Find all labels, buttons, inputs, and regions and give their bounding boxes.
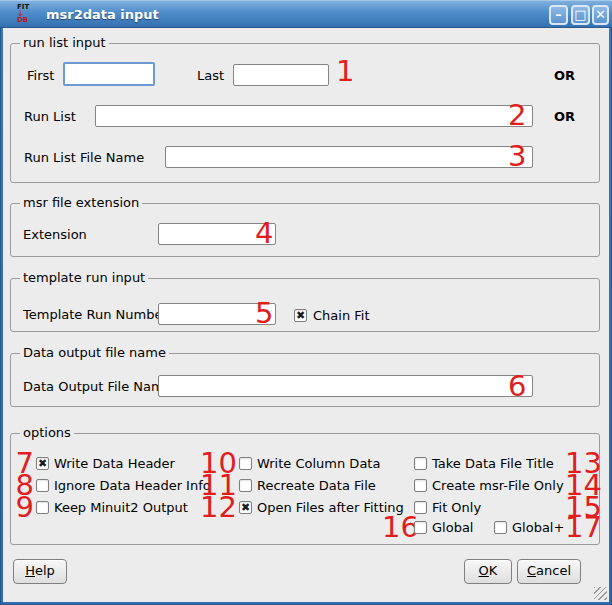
open-files-after-fitting-checkmark-icon: ✖ — [241, 501, 250, 514]
msr2data-app-icon: FIT ↓ DB — [17, 4, 39, 26]
icon-db-text: DB — [17, 17, 28, 24]
ignore-data-header-info-checkbox[interactable] — [36, 479, 49, 492]
or-label-1: OR — [554, 65, 575, 87]
open-files-after-fitting-checkbox[interactable]: ✖ — [239, 501, 252, 514]
group-template-legend: template run input — [20, 270, 148, 285]
annotation-16: 16 — [382, 512, 413, 542]
annotation-17: 17 — [565, 512, 602, 542]
dialog-body: run list input First Last 1 OR Run List … — [3, 28, 609, 602]
ignore-data-header-info-label[interactable]: Ignore Data Header Info — [54, 477, 211, 494]
title-bar[interactable]: FIT ↓ DB msr2data input – □ ✕ — [0, 0, 612, 28]
run-list-file-name-label: Run List File Name — [24, 147, 144, 169]
close-icon: ✕ — [595, 7, 606, 22]
help-button[interactable]: Help — [13, 559, 67, 584]
annotation-3: 3 — [508, 141, 526, 171]
minimize-button[interactable]: – — [549, 5, 568, 25]
or-label-2: OR — [554, 106, 575, 128]
run-list-file-name-input[interactable] — [165, 146, 533, 168]
group-run-list-legend: run list input — [20, 35, 109, 50]
close-button[interactable]: ✕ — [592, 5, 609, 25]
annotation-12: 12 — [189, 492, 237, 522]
annotation-1: 1 — [336, 56, 354, 86]
annotation-9: 9 — [11, 492, 34, 522]
ok-button-label: K — [489, 563, 498, 578]
take-data-file-title-label[interactable]: Take Data File Title — [432, 455, 554, 472]
first-label: First — [27, 65, 54, 87]
fit-only-label[interactable]: Fit Only — [432, 499, 481, 516]
run-list-label: Run List — [24, 106, 76, 128]
annotation-4: 4 — [255, 218, 273, 248]
take-data-file-title-checkbox[interactable] — [414, 457, 427, 470]
global-checkbox[interactable] — [414, 521, 427, 534]
write-column-data-label[interactable]: Write Column Data — [257, 455, 380, 472]
last-input[interactable] — [233, 64, 329, 86]
extension-label: Extension — [23, 224, 87, 246]
data-output-file-name-label: Data Output File Name — [23, 376, 172, 398]
group-options: options 7 ✖ Write Data Header 10 Write C… — [10, 433, 600, 545]
keep-minuit2-output-label[interactable]: Keep Minuit2 Output — [54, 499, 188, 516]
annotation-6: 6 — [508, 371, 526, 401]
maximize-button[interactable]: □ — [571, 5, 590, 25]
maximize-icon: □ — [574, 7, 586, 22]
global-plus-checkbox[interactable] — [494, 521, 507, 534]
annotation-2: 2 — [508, 100, 526, 130]
minimize-icon: – — [555, 7, 562, 22]
chain-fit-label[interactable]: Chain Fit — [313, 307, 370, 324]
run-list-input[interactable] — [95, 105, 533, 127]
global-plus-label[interactable]: Global+ — [512, 519, 564, 536]
group-extension-legend: msr file extension — [20, 195, 142, 210]
cancel-button-mnemonic: C — [527, 563, 536, 578]
data-output-file-name-input[interactable] — [158, 375, 533, 397]
write-column-data-checkbox[interactable] — [239, 457, 252, 470]
ok-button[interactable]: OK — [464, 559, 512, 584]
write-data-header-label[interactable]: Write Data Header — [54, 455, 175, 472]
chain-fit-checkmark-icon: ✖ — [296, 309, 305, 322]
write-data-header-checkmark-icon: ✖ — [38, 457, 47, 470]
group-template-run-input: template run input Template Run Number 5… — [10, 278, 600, 332]
cancel-button[interactable]: Cancel — [517, 559, 581, 584]
create-msr-file-only-checkbox[interactable] — [414, 479, 427, 492]
recreate-data-file-checkbox[interactable] — [239, 479, 252, 492]
first-input[interactable] — [63, 62, 155, 86]
chain-fit-checkbox[interactable]: ✖ — [294, 309, 307, 322]
help-button-label: elp — [35, 563, 55, 578]
window-title: msr2data input — [46, 1, 159, 28]
group-output-legend: Data output file name — [20, 345, 169, 360]
last-label: Last — [197, 65, 224, 87]
write-data-header-checkbox[interactable]: ✖ — [36, 457, 49, 470]
group-options-legend: options — [20, 425, 74, 440]
keep-minuit2-output-checkbox[interactable] — [36, 501, 49, 514]
group-msr-file-extension: msr file extension Extension 4 — [10, 203, 600, 257]
resize-grip[interactable] — [594, 587, 607, 600]
annotation-5: 5 — [255, 298, 273, 328]
dialog-window: FIT ↓ DB msr2data input – □ ✕ run list i… — [0, 0, 612, 605]
ok-button-mnemonic: O — [479, 563, 489, 578]
create-msr-file-only-label[interactable]: Create msr-File Only — [432, 477, 564, 494]
group-data-output-file-name: Data output file name Data Output File N… — [10, 353, 600, 407]
help-button-mnemonic: H — [25, 563, 35, 578]
recreate-data-file-label[interactable]: Recreate Data File — [257, 477, 376, 494]
global-label[interactable]: Global — [432, 519, 473, 536]
group-run-list-input: run list input First Last 1 OR Run List … — [10, 43, 600, 183]
template-run-number-label: Template Run Number — [23, 304, 168, 326]
cancel-button-label: ancel — [536, 563, 571, 578]
